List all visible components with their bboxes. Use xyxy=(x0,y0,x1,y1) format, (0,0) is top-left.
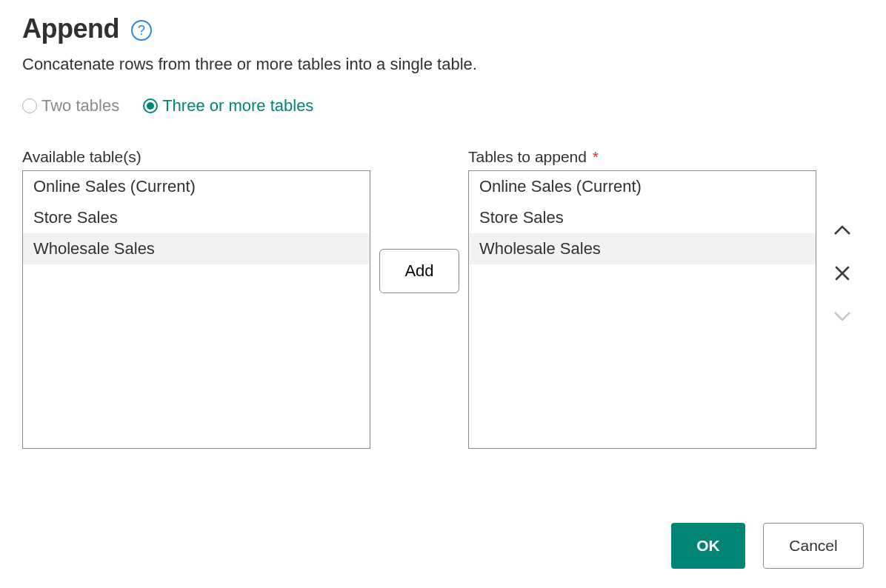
available-listbox[interactable]: Online Sales (Current) Store Sales Whole… xyxy=(22,170,370,449)
ok-button[interactable]: OK xyxy=(671,523,745,569)
radio-three-tables-label: Three or more tables xyxy=(162,96,313,116)
move-down-button[interactable] xyxy=(831,305,853,327)
radio-circle-icon xyxy=(22,98,37,113)
radio-two-tables[interactable]: Two tables xyxy=(22,96,119,116)
append-column: Tables to append * Online Sales (Current… xyxy=(468,148,816,449)
chevron-up-icon xyxy=(831,219,853,241)
dialog-subtitle: Concatenate rows from three or more tabl… xyxy=(22,55,864,74)
radio-circle-icon xyxy=(143,98,158,113)
remove-button[interactable] xyxy=(831,262,853,284)
list-item[interactable]: Wholesale Sales xyxy=(23,233,370,264)
radio-three-tables[interactable]: Three or more tables xyxy=(143,96,313,116)
list-item[interactable]: Online Sales (Current) xyxy=(23,171,370,202)
list-item[interactable]: Store Sales xyxy=(23,202,370,233)
list-item[interactable]: Wholesale Sales xyxy=(469,233,816,264)
reorder-icons xyxy=(831,219,853,327)
title-row: Append ? xyxy=(22,13,864,44)
move-up-button[interactable] xyxy=(831,219,853,241)
dialog-title: Append xyxy=(22,13,119,44)
list-item[interactable]: Store Sales xyxy=(469,202,816,233)
middle-column: Add xyxy=(379,169,459,447)
chevron-down-icon xyxy=(831,305,853,327)
available-column: Available table(s) Online Sales (Current… xyxy=(22,148,370,449)
cancel-button[interactable]: Cancel xyxy=(763,523,864,569)
lists-area: Available table(s) Online Sales (Current… xyxy=(22,148,864,449)
append-dialog: Append ? Concatenate rows from three or … xyxy=(0,0,886,588)
dialog-footer: OK Cancel xyxy=(671,523,864,569)
required-indicator: * xyxy=(593,148,599,165)
radio-dot-icon xyxy=(147,102,154,110)
radio-group-tablecount: Two tables Three or more tables xyxy=(22,96,864,116)
add-button[interactable]: Add xyxy=(379,249,459,293)
close-icon xyxy=(831,262,853,284)
available-label: Available table(s) xyxy=(22,148,370,166)
append-label-text: Tables to append xyxy=(468,148,587,165)
help-glyph: ? xyxy=(138,23,145,39)
help-icon[interactable]: ? xyxy=(131,20,152,41)
list-item[interactable]: Online Sales (Current) xyxy=(469,171,816,202)
append-listbox[interactable]: Online Sales (Current) Store Sales Whole… xyxy=(468,170,816,449)
append-label: Tables to append * xyxy=(468,148,816,166)
radio-two-tables-label: Two tables xyxy=(41,96,119,116)
